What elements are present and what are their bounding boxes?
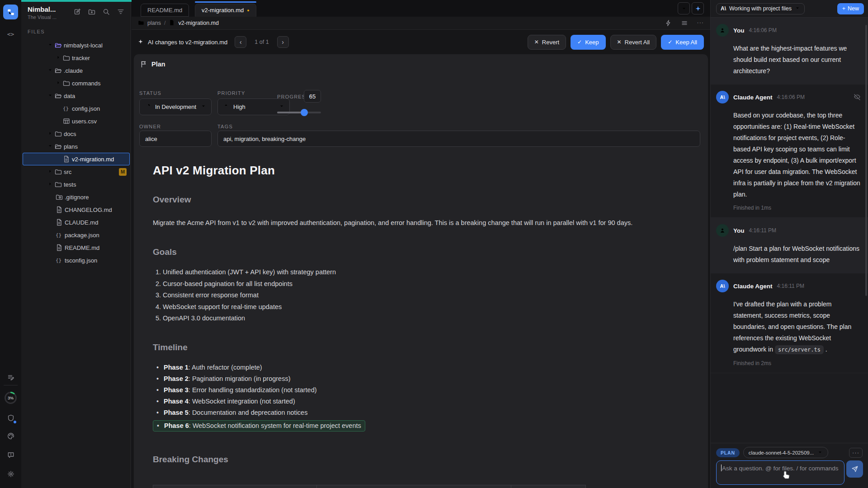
breadcrumb-file[interactable]: v2-migration.md xyxy=(178,20,219,26)
file-label: CHANGELOG.md xyxy=(65,206,112,213)
outline-list-icon[interactable] xyxy=(681,19,688,27)
message-time: 4:16:06 PM xyxy=(749,27,777,33)
model-selector[interactable]: claude-sonnet-4-5-202509... xyxy=(743,447,829,458)
timeline-item: Phase 4: WebSocket integration (not star… xyxy=(153,398,694,405)
x-icon: ✕ xyxy=(534,39,539,45)
file-tree-item-readme[interactable]: README.md xyxy=(21,241,131,254)
unsaved-dot: ● xyxy=(247,8,249,13)
feedback-icon[interactable] xyxy=(0,447,21,463)
chevron-right-icon[interactable] xyxy=(47,169,55,175)
file-tree-item-nimbalyst-local[interactable]: nimbalyst-local xyxy=(21,39,131,52)
timeline-heading: Timeline xyxy=(153,343,694,352)
file-tree-item-v2-migration-selected[interactable]: v2-migration.md xyxy=(23,153,130,165)
table-header-v2: v2 xyxy=(317,485,511,488)
file-tree-item-gitignore[interactable]: .gitignore xyxy=(21,191,131,203)
tags-label: TAGS xyxy=(217,124,233,129)
revert-button[interactable]: ✕ Revert xyxy=(528,35,566,50)
file-label: config.json xyxy=(72,105,100,112)
file-tree-item-claude-dir[interactable]: .claude xyxy=(21,64,131,77)
ai-sparkle-button[interactable] xyxy=(692,2,704,14)
chevron-right-icon[interactable] xyxy=(47,131,55,137)
code-view-icon[interactable]: <> xyxy=(0,26,21,42)
file-tree-item-src[interactable]: src M xyxy=(21,165,131,178)
tab-v2-migration[interactable]: v2-migration.md ● xyxy=(195,4,256,17)
document-card: Plan STATUS In Development PRIORITY High… xyxy=(134,54,708,488)
breadcrumb-folder[interactable]: plans xyxy=(147,20,161,26)
owner-input[interactable]: alice xyxy=(139,131,212,147)
chevron-down-icon[interactable] xyxy=(47,143,55,150)
chat-input[interactable]: Ask a question. @ for files. / for comma… xyxy=(716,460,844,485)
filter-icon[interactable] xyxy=(117,8,124,15)
editor-pane: README.md v2-migration.md ● plans / v2-m… xyxy=(132,0,710,488)
next-change-button[interactable]: › xyxy=(277,36,289,48)
file-tree-item-tracker[interactable]: tracker xyxy=(21,52,131,64)
send-button[interactable] xyxy=(846,460,863,478)
composer-more-button[interactable]: ··· xyxy=(849,448,863,458)
file-tree-item-docs[interactable]: docs xyxy=(21,127,131,140)
search-icon[interactable] xyxy=(103,8,110,15)
progress-value[interactable]: 65 xyxy=(304,90,321,103)
user-avatar xyxy=(716,24,729,37)
chevron-right-icon[interactable] xyxy=(47,181,55,188)
context-dropdown[interactable]: A\ Working with project files xyxy=(716,3,805,14)
prev-change-button[interactable]: ‹ xyxy=(235,36,246,48)
slider-thumb[interactable] xyxy=(301,109,308,116)
usage-gauge[interactable]: 3% xyxy=(4,391,17,404)
overview-paragraph: Migrate the Acme API from v1 to v2 with … xyxy=(153,218,677,228)
timeline-item: Phase 1: Auth refactor (complete) xyxy=(153,364,694,371)
notes-compose-icon[interactable] xyxy=(0,370,21,385)
file-label: package.json xyxy=(65,232,99,239)
chevron-down-icon[interactable] xyxy=(47,67,55,74)
tab-readme[interactable]: README.md xyxy=(141,4,189,17)
document-icon xyxy=(56,219,65,226)
app-logo[interactable] xyxy=(3,5,18,19)
security-shield-icon[interactable] xyxy=(0,410,21,426)
theme-palette-icon[interactable] xyxy=(0,428,21,444)
file-tree-item-tsconfig[interactable]: {} tsconfig.json xyxy=(21,254,131,267)
file-tree-item-plans[interactable]: plans xyxy=(21,140,131,153)
message-text: /plan Start a plan for WebSocket notific… xyxy=(733,243,861,266)
tags-input[interactable]: api, migration, breaking-change xyxy=(217,131,700,147)
tab-list-dropdown-button[interactable] xyxy=(678,2,690,14)
file-tree-item-commands[interactable]: commands xyxy=(21,77,131,89)
folder-open-icon xyxy=(55,67,64,74)
chevron-down-icon[interactable] xyxy=(47,93,55,99)
chevron-down-icon xyxy=(201,103,206,110)
files-section-label: FILES xyxy=(28,29,45,34)
priority-label: PRIORITY xyxy=(217,90,245,96)
keep-all-button[interactable]: ✓ Keep All xyxy=(661,35,704,50)
file-tree-item-config-json[interactable]: {} config.json xyxy=(21,102,131,115)
file-tree-item-data[interactable]: data xyxy=(21,89,131,102)
tools-icon xyxy=(145,103,151,111)
settings-gear-icon[interactable] xyxy=(0,466,21,482)
status-select[interactable]: In Development xyxy=(139,99,212,115)
timeline-item: Phase 5: Documentation and deprecation n… xyxy=(153,409,694,416)
goals-list: Unified authentication (JWT + API key) w… xyxy=(163,268,694,322)
chevron-right-icon[interactable] xyxy=(56,80,63,87)
file-label: v2-migration.md xyxy=(72,156,114,163)
new-chat-button[interactable]: + New xyxy=(837,3,864,14)
new-note-icon[interactable] xyxy=(74,8,81,15)
file-tree-item-changelog[interactable]: CHANGELOG.md xyxy=(21,203,131,216)
app-rail: <> 3% xyxy=(0,0,21,488)
progress-slider[interactable] xyxy=(277,109,321,116)
eye-off-icon[interactable] xyxy=(854,94,861,101)
file-tree-item-package-json[interactable]: {} package.json xyxy=(21,229,131,241)
plan-mode-badge[interactable]: PLAN xyxy=(716,448,740,457)
keep-button[interactable]: ✓ Keep xyxy=(571,35,605,50)
message-author: You xyxy=(733,27,745,34)
tab-label: README.md xyxy=(147,7,182,14)
run-bolt-icon[interactable] xyxy=(665,19,672,27)
chat-scrollbar[interactable] xyxy=(865,25,867,296)
file-tree-item-claude-md[interactable]: CLAUDE.md xyxy=(21,216,131,229)
chevron-down-icon[interactable] xyxy=(47,42,55,49)
chevron-right-icon[interactable] xyxy=(56,55,63,61)
file-label: .claude xyxy=(64,67,83,74)
file-tree-item-users-csv[interactable]: users.csv xyxy=(21,115,131,127)
ai-chat-panel: A\ Working with project files + New You … xyxy=(710,0,868,488)
new-folder-icon[interactable] xyxy=(88,8,95,15)
revert-all-button[interactable]: ✕ Revert All xyxy=(610,35,657,50)
more-options-icon[interactable]: ··· xyxy=(697,19,704,27)
file-tree-item-tests[interactable]: tests xyxy=(21,178,131,191)
goal-item: Unified authentication (JWT + API key) w… xyxy=(163,268,694,276)
